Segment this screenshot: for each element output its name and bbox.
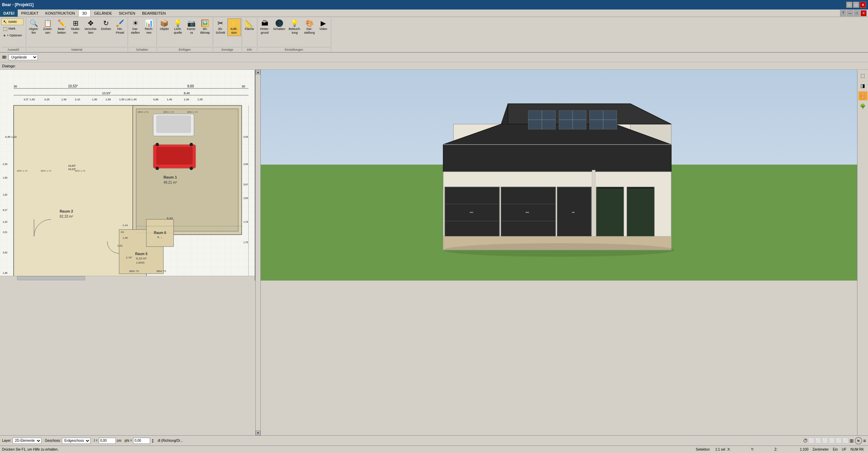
tb-maximize-button[interactable]: □	[854, 10, 860, 16]
drehen-button[interactable]: ↻ Drehen	[99, 18, 113, 32]
schnitt3d-icon: ✂	[218, 20, 223, 27]
hintergrund-button[interactable]: 🏔 Hinter-grund	[258, 18, 272, 36]
verschieben-button[interactable]: ✥ Verschie-ben	[83, 18, 99, 36]
svg-text:1,50: 1,50	[61, 98, 67, 101]
snap-icon6[interactable]: ⬜	[843, 438, 849, 443]
svg-text:BRH 75: BRH 75	[129, 270, 139, 273]
toolbar-sonstige-group: ✂ 3D-Schnitt ⚡ Kolli-sion Sonstige	[213, 18, 242, 51]
snap-icon5[interactable]: ⬜	[836, 438, 842, 443]
info-label: Info	[243, 47, 256, 51]
svg-rect-126	[470, 212, 473, 213]
menu-3d[interactable]: 3D	[78, 10, 91, 17]
darstellung-button[interactable]: 🎨 Dar-stellung	[303, 18, 317, 36]
options-button[interactable]: + + Optionen	[1, 32, 23, 39]
snap-icon2[interactable]: ⬜	[816, 438, 821, 443]
objekt-button[interactable]: 📦 Objekt	[158, 18, 171, 32]
svg-text:BRH 1.74: BRH 1.74	[41, 170, 51, 172]
phi-up[interactable]: ▲	[151, 438, 154, 441]
schatten-darstellen-button[interactable]: ☀ Dar-stellen	[129, 18, 142, 36]
flaeche-button[interactable]: 📐 Fläche	[243, 18, 256, 32]
svg-rect-128	[572, 212, 575, 213]
svg-text:Raum 6: Raum 6	[154, 231, 166, 235]
phi-label: phi =	[125, 439, 132, 442]
svg-text:10,53°: 10,53°	[68, 84, 78, 88]
skalieren-button[interactable]: ⊞ Skalie-ren	[69, 18, 82, 36]
svg-rect-27	[157, 147, 192, 164]
phi-input[interactable]	[133, 438, 150, 444]
schnitt3d-button[interactable]: ✂ 3D-Schnitt	[214, 18, 227, 36]
urgelaende-select[interactable]: Urgelände Gelände Erdgeschoss	[9, 54, 38, 60]
svg-text:BRH 1.74: BRH 1.74	[17, 170, 27, 172]
phi-spinner[interactable]: ▲ ▼	[151, 438, 154, 443]
vscrollbar[interactable]: ▲ ▼	[255, 70, 261, 435]
einfuegen-label: Einfügen	[158, 47, 212, 51]
l-input[interactable]	[99, 438, 116, 444]
bitmap3d-button[interactable]: 🖼️ 3D-Bitmap	[198, 18, 212, 36]
toolbar-material-group: 🔍 Abgrei-fen 📋 Zuwei-sen ✏️ Bear-beiten …	[26, 18, 128, 51]
kollision-button[interactable]: ⚡ Kolli-sion	[227, 18, 241, 36]
svg-point-134	[443, 243, 675, 257]
view3d-pane[interactable]	[261, 70, 857, 281]
properties-button[interactable]: ⬚	[858, 71, 867, 80]
menu-icon[interactable]: ≡	[863, 438, 866, 443]
floorplan-svg: 10,53° 9,00 30 30 10,53° 8,40 0,5° 1,50 …	[0, 70, 255, 281]
geschoss-select[interactable]: Erdgeschoss	[62, 438, 91, 444]
hscrollbar[interactable]	[0, 276, 255, 281]
abgreifen-button[interactable]: 🔍 Abgrei-fen	[27, 18, 41, 36]
schatten-icon2: 🌑	[275, 20, 284, 27]
toolbar-schatten-group: ☀ Dar-stellen 📊 Rech-nen Schatten	[128, 18, 157, 51]
subtoolbar-3d-label: 3D	[2, 55, 6, 59]
flaeche-icon: 📐	[245, 20, 254, 27]
layers-button[interactable]: ◨	[858, 81, 867, 90]
help-button[interactable]: ?	[840, 10, 846, 16]
tb-minimize-button[interactable]: —	[847, 10, 853, 16]
svg-point-28	[156, 143, 159, 146]
objekt-icon: 📦	[160, 20, 168, 27]
hinpinsel-button[interactable]: 🖌️ Hin.Pinsel	[113, 18, 127, 36]
ratio-label: 1:1 sel	[715, 448, 725, 451]
snap-icon3[interactable]: ⬜	[822, 438, 828, 443]
ein-label: Ein	[833, 448, 838, 451]
schatten-btn2[interactable]: 🌑 Schatten	[272, 18, 287, 32]
floorplan-pane[interactable]: 10,53° 9,00 30 30 10,53° 8,40 0,5° 1,50 …	[0, 70, 255, 281]
tree-button[interactable]: 🌳	[858, 102, 867, 111]
north-indicator[interactable]: N	[855, 437, 862, 444]
toolbar-info-group: 📐 Fläche Info	[242, 18, 257, 51]
snap-icon1[interactable]: ⬜	[809, 438, 815, 443]
colors-button[interactable]: 🎨	[858, 91, 867, 100]
grid-icon[interactable]: ⊞	[850, 438, 854, 443]
clock-icon[interactable]: ⏱	[803, 438, 808, 443]
toolbar-auswahl-group: ↖ Selekt ⬚ Mark. + + Optionen Auswahl	[1, 18, 26, 51]
schatten-rechnen-button[interactable]: 📊 Rech-nen	[142, 18, 156, 36]
minimize-button[interactable]: −	[846, 2, 852, 8]
menu-projekt[interactable]: PROJEKT	[18, 10, 42, 17]
menu-datei[interactable]: DATEI	[0, 10, 18, 17]
schatten-label: Schatten	[129, 47, 156, 51]
svg-point-31	[190, 167, 193, 170]
zuweisen-button[interactable]: 📋 Zuwei-sen	[41, 18, 54, 36]
layer-select[interactable]: 2D-Elemente	[13, 438, 42, 444]
select-button[interactable]: ↖ Selekt	[1, 18, 23, 25]
menu-bearbeiten[interactable]: BEARBEITEN	[139, 10, 169, 17]
x-label: X:	[727, 448, 730, 451]
video-icon: ▶	[321, 20, 326, 27]
menu-sichten[interactable]: SICHTEN	[115, 10, 139, 17]
menu-gelaende[interactable]: GELÄNDE	[91, 10, 115, 17]
snap-icon4[interactable]: ⬜	[829, 438, 835, 443]
options-icon: +	[3, 33, 6, 38]
beleuchtung-button[interactable]: 💡 Beleuch-tung	[287, 18, 303, 36]
kamera-button[interactable]: 📷 Kame-ra	[185, 18, 198, 36]
svg-text:82,33 m²: 82,33 m²	[60, 215, 73, 218]
close-button[interactable]: ✕	[860, 2, 866, 8]
phi-down[interactable]: ▼	[151, 441, 154, 443]
svg-text:BRH 1.74: BRH 1.74	[163, 111, 174, 113]
svg-text:5,97: 5,97	[243, 183, 248, 186]
maximize-button[interactable]: □	[853, 2, 859, 8]
video-button[interactable]: ▶ Video	[317, 18, 330, 32]
mark-button[interactable]: ⬚ Mark.	[1, 25, 23, 32]
material-label: Material	[27, 47, 127, 51]
lichtquelle-button[interactable]: 💡 Licht-quelle	[171, 18, 185, 36]
bearbeiten-button[interactable]: ✏️ Bear-beiten	[55, 18, 68, 36]
tb-close-button[interactable]: ✕	[861, 10, 867, 16]
menu-konstruktion[interactable]: KONSTRUKTION	[42, 10, 78, 17]
